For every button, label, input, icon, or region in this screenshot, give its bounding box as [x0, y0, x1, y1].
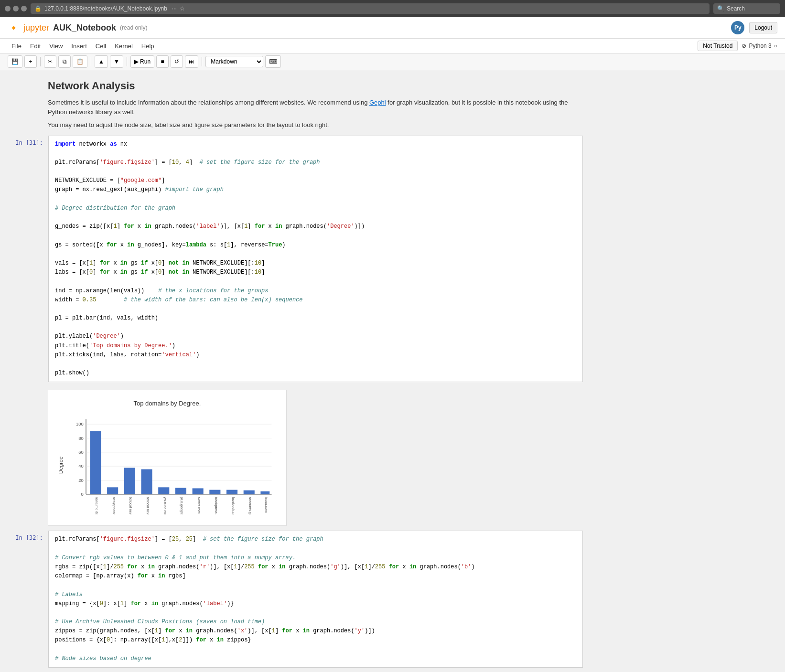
url-text: 127.0.0.1:8888/notebooks/AUK_Notebook.ip…	[44, 5, 167, 12]
lock-icon: 🔒	[34, 5, 42, 12]
xlabel-7: twitter.com	[197, 497, 201, 514]
save-button[interactable]: 💾	[8, 55, 22, 68]
xlabel-6: plus.google.com	[180, 497, 184, 515]
not-trusted-button[interactable]: Not Trusted	[698, 41, 738, 51]
menu-file[interactable]: File	[8, 41, 25, 51]
xlabel-10: accounts.google.com	[248, 497, 252, 515]
svg-text:80: 80	[78, 436, 84, 441]
code-block-32[interactable]: plt.rcParams['figure.figsize'] = [25, 25…	[48, 531, 583, 668]
restart-run-button[interactable]: ⏭	[185, 55, 198, 68]
section-header: Network Analysis Sometimes it is useful …	[48, 80, 583, 130]
bar-3	[124, 468, 135, 495]
restart-button[interactable]: ↺	[171, 55, 183, 68]
browser-search-box[interactable]: 🔍 Search	[713, 3, 780, 14]
search-icon: 🔍	[717, 5, 724, 12]
bar-2	[107, 488, 118, 495]
xlabel-2: neojaphone magazine.com	[112, 497, 116, 515]
gephi-link[interactable]: Gephi	[369, 99, 386, 106]
code-cell-31: In [31]: import networkx as nx plt.rcPar…	[10, 136, 583, 383]
browser-chrome: 🔒 127.0.0.1:8888/notebooks/AUK_Notebook.…	[0, 0, 785, 17]
bar-4	[141, 469, 152, 495]
section-para2: You may need to adjust the node size, la…	[48, 120, 583, 130]
toolbar-separator-3	[127, 57, 127, 66]
star-icon: ☆	[180, 5, 185, 12]
section-para1: Sometimes it is useful to include inform…	[48, 98, 583, 117]
browser-dot-2	[13, 6, 19, 11]
xlabel-8: blackpress.ca	[214, 497, 218, 515]
menu-bar: File Edit View Insert Cell Kernel Help N…	[0, 39, 785, 53]
xlabel-3: bctocal news.com	[129, 497, 133, 515]
menu-view[interactable]: View	[45, 41, 66, 51]
interrupt-button[interactable]: ■	[156, 55, 169, 68]
bar-10	[244, 491, 255, 494]
xlabel-9: facebook.com	[231, 497, 236, 515]
copy-button[interactable]: ⧉	[58, 55, 71, 68]
more-icon: ···	[172, 5, 177, 12]
chart-area: Degree 0 20 40 60 80 100	[58, 414, 277, 516]
readonly-label: (read only)	[120, 24, 147, 31]
kernel-info: ⊘ Python 3 ○	[742, 43, 777, 49]
python-icon: Py	[731, 21, 744, 34]
browser-dot-1	[5, 6, 11, 11]
paste-button[interactable]: 📋	[73, 55, 87, 68]
xlabel-4: bctocal news.com	[146, 497, 150, 515]
toolbar-separator-1	[40, 57, 41, 66]
add-cell-button[interactable]: +	[24, 55, 37, 68]
notebook-section: Network Analysis Sometimes it is useful …	[10, 80, 583, 668]
url-bar[interactable]: 🔒 127.0.0.1:8888/notebooks/AUK_Notebook.…	[31, 3, 710, 14]
url-icons: ··· ☆	[172, 5, 185, 12]
move-up-button[interactable]: ▲	[95, 55, 108, 68]
xlabel-11: issuu.com	[264, 497, 269, 513]
bar-7	[193, 489, 204, 495]
bar-8	[209, 490, 220, 494]
xlabel-5: youtube.com	[163, 497, 167, 515]
logout-button[interactable]: Logout	[749, 22, 777, 33]
keyboard-shortcuts-button[interactable]: ⌨	[265, 55, 281, 68]
code-block-31[interactable]: import networkx as nx plt.rcParams['figu…	[48, 136, 583, 383]
toolbar-separator-4	[202, 57, 202, 66]
jupyter-header-right: Py Logout	[731, 21, 777, 34]
jupyter-text: jupyter	[23, 23, 49, 33]
code-cell-32: In [32]: plt.rcParams['figure.figsize'] …	[10, 531, 583, 668]
chart-container: Top domains by Degree. Degree 0 20 40 60	[48, 390, 287, 526]
menu-help[interactable]: Help	[138, 41, 158, 51]
kernel-name: Python 3	[749, 43, 771, 49]
jupyter-header: 🔸 jupyter AUK_Notebook (read only) Py Lo…	[0, 17, 785, 39]
bar-5	[158, 488, 169, 495]
notebook-name[interactable]: AUK_Notebook	[53, 23, 116, 33]
chart-body: 0 20 40 60 80 100	[66, 414, 277, 516]
menu-edit[interactable]: Edit	[26, 41, 44, 51]
content-area: Network Analysis Sometimes it is useful …	[0, 70, 785, 672]
kernel-no-icon: ⊘	[742, 43, 746, 49]
xlabel-1: nanaimo dailynews.com	[95, 497, 99, 515]
bar-1	[90, 431, 101, 494]
cell-type-select[interactable]: Markdown Code Raw NBConvert Heading	[205, 56, 263, 67]
bar-6	[175, 488, 186, 495]
browser-dot-3	[21, 6, 27, 11]
run-button[interactable]: ▶ Run	[130, 55, 154, 68]
menu-kernel[interactable]: Kernel	[111, 41, 137, 51]
menu-right: Not Trusted ⊘ Python 3 ○	[698, 41, 777, 51]
jupyter-logo: 🔸 jupyter AUK_Notebook (read only)	[8, 22, 147, 33]
menu-cell[interactable]: Cell	[92, 41, 110, 51]
menu-insert[interactable]: Insert	[67, 41, 91, 51]
svg-text:60: 60	[78, 449, 84, 455]
menu-items: File Edit View Insert Cell Kernel Help	[8, 41, 158, 51]
svg-text:0: 0	[81, 492, 84, 497]
browser-window-controls	[5, 6, 27, 11]
svg-text:40: 40	[78, 464, 84, 469]
search-label: Search	[727, 5, 745, 12]
toolbar: 💾 + ✂ ⧉ 📋 ▲ ▼ ▶ Run ■ ↺ ⏭ Markdown Code …	[0, 53, 785, 70]
bar-9	[226, 490, 237, 494]
jupyter-logo-icon: 🔸	[8, 22, 20, 33]
chart-title: Top domains by Degree.	[58, 400, 277, 407]
chart-y-label: Degree	[58, 414, 64, 516]
move-down-button[interactable]: ▼	[110, 55, 123, 68]
cut-button[interactable]: ✂	[44, 55, 56, 68]
bar-11	[260, 491, 269, 494]
svg-text:100: 100	[76, 422, 84, 427]
kernel-status-icon: ○	[774, 43, 777, 49]
cell-label-32: In [32]:	[10, 531, 48, 541]
bar-chart-svg: 0 20 40 60 80 100	[66, 414, 277, 514]
svg-text:20: 20	[78, 478, 84, 483]
